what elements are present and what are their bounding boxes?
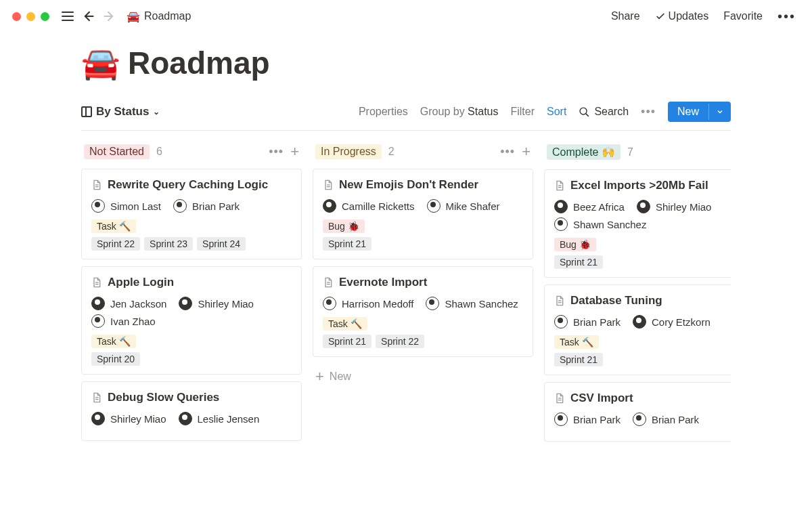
- search-label: Search: [594, 106, 629, 118]
- filter-button[interactable]: Filter: [510, 106, 535, 118]
- sprint-tag: Sprint 20: [91, 352, 140, 366]
- share-button[interactable]: Share: [607, 7, 644, 25]
- avatar: [323, 297, 336, 310]
- person: Shawn Sanchez: [554, 217, 646, 231]
- add-card-button[interactable]: +New: [313, 364, 533, 389]
- document-icon: [554, 392, 565, 404]
- breadcrumb[interactable]: 🚘 Roadmap: [127, 10, 191, 23]
- person-name: Shirley Miao: [198, 298, 254, 310]
- sprint-tag: Sprint 21: [554, 255, 603, 269]
- type-tag: Task 🔨: [554, 335, 599, 349]
- updates-button[interactable]: Updates: [651, 7, 713, 25]
- card-people: Brian ParkBrian Park: [554, 412, 731, 426]
- close-window-button[interactable]: [12, 12, 21, 21]
- card-title: Evernote Import: [339, 275, 427, 290]
- sidebar-toggle-icon[interactable]: [62, 10, 74, 22]
- person-name: Shirley Miao: [110, 413, 166, 425]
- person: Shirley Miao: [179, 297, 254, 310]
- card[interactable]: New Emojis Don't RenderCamille RickettsM…: [313, 169, 533, 259]
- column-title[interactable]: Complete 🙌: [547, 144, 621, 160]
- card[interactable]: Rewrite Query Caching LogicSimon LastBri…: [81, 169, 302, 259]
- person: Shawn Sanchez: [426, 297, 518, 310]
- nav-forward-button[interactable]: [102, 9, 117, 24]
- column-count: 2: [388, 146, 394, 158]
- column-header: Complete 🙌7•••+: [544, 144, 731, 160]
- person: Ivan Zhao: [91, 314, 156, 328]
- column-not-started: Not Started6•••+Rewrite Query Caching Lo…: [81, 144, 302, 448]
- person-name: Brian Park: [573, 414, 621, 425]
- person: Brian Park: [554, 412, 621, 426]
- minimize-window-button[interactable]: [26, 12, 35, 21]
- more-options-button[interactable]: •••: [773, 7, 800, 26]
- column-add-button[interactable]: +: [522, 144, 531, 159]
- topbar: 🚘 Roadmap Share Updates Favorite •••: [0, 0, 812, 33]
- page-title-text[interactable]: Roadmap: [128, 45, 270, 81]
- person: Leslie Jensen: [179, 412, 260, 425]
- column-title[interactable]: Not Started: [84, 144, 150, 159]
- card[interactable]: Evernote ImportHarrison MedoffShawn Sanc…: [313, 266, 533, 357]
- column-title[interactable]: In Progress: [315, 144, 382, 159]
- avatar: [637, 200, 650, 213]
- board: Not Started6•••+Rewrite Query Caching Lo…: [81, 144, 731, 448]
- card[interactable]: CSV ImportBrian ParkBrian Park: [544, 382, 731, 442]
- nav-back-button[interactable]: [81, 9, 95, 24]
- group-by-prefix: Group by: [420, 106, 465, 117]
- sprint-tag: Sprint 21: [323, 335, 371, 348]
- favorite-button[interactable]: Favorite: [719, 7, 767, 25]
- page-title-icon[interactable]: 🚘: [81, 45, 120, 81]
- add-card-label: New: [330, 371, 351, 383]
- avatar: [554, 412, 568, 426]
- document-icon: [91, 391, 102, 404]
- type-tag: Bug 🐞: [323, 219, 365, 233]
- search-button[interactable]: Search: [579, 106, 629, 118]
- column-header: Not Started6•••+: [81, 144, 302, 159]
- column-more-button[interactable]: •••: [500, 145, 515, 159]
- card-tags: Task 🔨: [323, 317, 523, 331]
- person: Brian Park: [554, 315, 621, 329]
- card[interactable]: Debug Slow QueriesShirley MiaoLeslie Jen…: [81, 381, 302, 441]
- updates-label: Updates: [669, 10, 709, 22]
- avatar: [426, 297, 439, 310]
- view-more-button[interactable]: •••: [641, 105, 656, 119]
- page-content: 🚘 Roadmap By Status ⌄ Properties Group b…: [0, 33, 812, 448]
- column-more-button[interactable]: •••: [269, 145, 284, 159]
- new-button[interactable]: New: [668, 102, 731, 122]
- card-tags: Task 🔨: [91, 335, 292, 348]
- card-title: Rewrite Query Caching Logic: [108, 177, 268, 192]
- view-selector[interactable]: By Status ⌄: [81, 105, 160, 119]
- person-name: Ivan Zhao: [110, 316, 156, 327]
- card-title: CSV Import: [570, 391, 633, 406]
- avatar: [91, 412, 105, 425]
- search-icon: [579, 106, 590, 118]
- sprint-tag: Sprint 23: [144, 237, 193, 251]
- sort-button[interactable]: Sort: [547, 106, 566, 118]
- person: Camille Ricketts: [323, 199, 415, 213]
- person: Beez Africa: [554, 200, 625, 213]
- card[interactable]: Apple LoginJen JacksonShirley MiaoIvan Z…: [81, 266, 302, 375]
- plus-icon: +: [315, 369, 324, 384]
- sprint-tag: Sprint 21: [323, 237, 371, 251]
- card[interactable]: Excel Imports >20Mb FailBeez AfricaShirl…: [544, 169, 731, 278]
- document-icon: [323, 179, 334, 191]
- column-complete: Complete 🙌7•••+Excel Imports >20Mb FailB…: [544, 144, 731, 448]
- avatar: [179, 297, 192, 310]
- person: Shirley Miao: [637, 200, 712, 213]
- properties-button[interactable]: Properties: [359, 106, 408, 118]
- person-name: Shawn Sanchez: [573, 219, 646, 230]
- new-button-label: New: [668, 102, 708, 122]
- avatar: [173, 199, 187, 213]
- person: Brian Park: [173, 199, 240, 213]
- avatar: [633, 412, 646, 426]
- card-sprints: Sprint 22Sprint 23Sprint 24: [91, 237, 292, 251]
- maximize-window-button[interactable]: [41, 12, 49, 21]
- group-by-button[interactable]: Group by Status: [420, 106, 499, 118]
- svg-point-0: [581, 108, 587, 114]
- column-add-button[interactable]: +: [290, 144, 299, 159]
- new-button-dropdown[interactable]: [708, 104, 731, 120]
- sprint-tag: Sprint 21: [554, 353, 603, 366]
- person: Mike Shafer: [427, 199, 500, 213]
- card[interactable]: Database TuningBrian ParkCory EtzkornTas…: [544, 284, 731, 375]
- card-people: Jen JacksonShirley MiaoIvan Zhao: [91, 297, 292, 328]
- avatar: [91, 314, 105, 328]
- person-name: Brian Park: [192, 200, 240, 212]
